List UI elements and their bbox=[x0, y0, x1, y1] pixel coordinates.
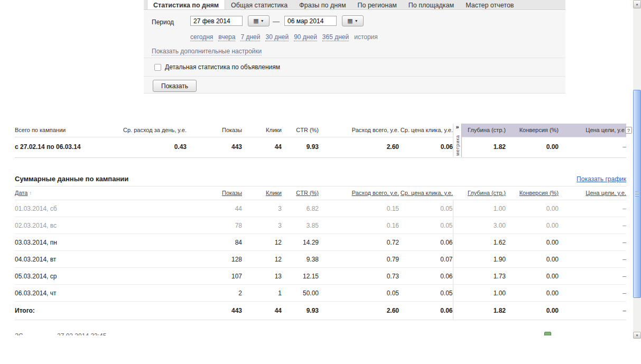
date-to-input[interactable] bbox=[284, 16, 337, 26]
daily-total-row: Итого:443449.932.600.061.820.00– bbox=[15, 302, 626, 320]
daily-cell: 2 bbox=[189, 285, 242, 302]
help-icon[interactable]: ? bbox=[625, 127, 632, 134]
date-from-input[interactable] bbox=[190, 16, 243, 26]
quick-range-link-3[interactable]: 30 дней bbox=[265, 33, 289, 41]
daily-cell: 14.29 bbox=[282, 234, 319, 251]
daily-row-0: 01.03.2014, сб4436.820.150.051.000.00– bbox=[15, 200, 626, 217]
daily-column-header-8[interactable]: Цена цели, у.е. bbox=[559, 186, 626, 200]
daily-cell: 0.05 bbox=[399, 217, 453, 234]
summary-column-header: Ср. расход за день, у.е. bbox=[110, 124, 187, 137]
daily-cell: 1.73 bbox=[453, 268, 506, 285]
excel-export-icon[interactable] bbox=[544, 332, 551, 335]
quick-ranges: сегоднявчера7 дней30 дней90 дней365 дней… bbox=[190, 33, 378, 41]
daily-cell: 0.00 bbox=[506, 217, 559, 234]
daily-cell: 12 bbox=[242, 234, 282, 251]
daily-cell: 13 bbox=[242, 268, 282, 285]
clipped-footer-text: ЗС bbox=[15, 332, 23, 335]
advanced-settings-link[interactable]: Показать дополнительные настройки bbox=[152, 48, 262, 55]
daily-column-header-5[interactable]: Ср. цена клика, у.е. bbox=[399, 186, 453, 200]
detailed-stats-label[interactable]: Детальная статистика по объявлениям bbox=[165, 63, 280, 71]
period-label: Период bbox=[152, 18, 174, 26]
summary-column-header: Всего по кампании bbox=[15, 124, 110, 137]
daily-cell: 6.82 bbox=[282, 200, 319, 217]
daily-cell: 3.00 bbox=[453, 217, 506, 234]
daily-cell: 0.00 bbox=[506, 251, 559, 268]
daily-cell: 02.03.2014, вс bbox=[15, 217, 189, 234]
tab-5[interactable]: Мастер отчетов bbox=[460, 0, 519, 10]
daily-cell: 05.03.2014, ср bbox=[15, 268, 189, 285]
clipped-footer-date: 27.02.2014 23:45 bbox=[57, 332, 106, 335]
summary-column-header: Ср. цена клика, у.е. bbox=[399, 124, 453, 137]
summary-cell: 9.93 bbox=[282, 137, 319, 158]
scrollbar-thumb[interactable] bbox=[633, 90, 641, 298]
daily-cell: 0.00 bbox=[506, 234, 559, 251]
calendar-to-button[interactable]: ▦▼ bbox=[342, 15, 364, 26]
daily-cell: 04.03.2014, вт bbox=[15, 251, 189, 268]
quick-range-link-1[interactable]: вчера bbox=[218, 33, 235, 41]
chevron-down-icon: ▼ bbox=[355, 19, 358, 23]
tab-4[interactable]: По площадкам bbox=[403, 0, 460, 10]
summary-total-row: с 27.02.14 по 06.03.140.43443449.932.600… bbox=[15, 137, 626, 158]
daily-cell: 9.38 bbox=[282, 251, 319, 268]
daily-stats-table: Дата ↑ПоказыКликиCTR (%)Расход всего, у.… bbox=[15, 186, 626, 320]
daily-column-header-4[interactable]: Расход всего, у.е. bbox=[319, 186, 399, 200]
daily-cell: 0.79 bbox=[319, 251, 399, 268]
daily-cell: 107 bbox=[189, 268, 242, 285]
daily-cell: 1.62 bbox=[453, 234, 506, 251]
chevron-down-icon: ▼ bbox=[261, 19, 264, 23]
metrika-collapse-strip[interactable]: » метрика bbox=[453, 124, 462, 157]
tab-3[interactable]: По регионам bbox=[351, 0, 402, 10]
daily-column-header-3[interactable]: CTR (%) bbox=[282, 186, 319, 200]
daily-cell: 1.00 bbox=[453, 285, 506, 302]
sort-asc-icon: ↑ bbox=[27, 190, 32, 196]
daily-row-5: 06.03.2014, чт2150.000.050.051.000.00– bbox=[15, 285, 626, 302]
show-button[interactable]: Показать bbox=[153, 80, 197, 92]
daily-column-header-7[interactable]: Конверсия (%) bbox=[506, 186, 559, 200]
daily-column-header-1[interactable]: Показы bbox=[189, 186, 242, 200]
detailed-stats-checkbox[interactable] bbox=[154, 64, 161, 71]
tab-2[interactable]: Фразы по дням bbox=[293, 0, 351, 10]
scrollbar-grip-icon bbox=[635, 191, 639, 197]
quick-range-link-2[interactable]: 7 дней bbox=[240, 33, 260, 41]
daily-cell: – bbox=[559, 217, 626, 234]
show-chart-link[interactable]: Показать график bbox=[577, 175, 626, 183]
daily-cell: 44 bbox=[189, 200, 242, 217]
calendar-from-button[interactable]: ▦▼ bbox=[248, 15, 270, 26]
daily-section-title: Суммарные данные по кампании bbox=[15, 175, 128, 183]
quick-range-link-0[interactable]: сегодня bbox=[190, 33, 213, 41]
scrollbar-up-button[interactable]: ▲ bbox=[633, 0, 641, 8]
daily-cell: – bbox=[559, 285, 626, 302]
daily-cell: 0.15 bbox=[319, 200, 399, 217]
page: Статистика по днямОбщая статистикаФразы … bbox=[0, 0, 641, 364]
daily-cell: – bbox=[559, 251, 626, 268]
filter-panel: Период ▦▼ — ▦▼ сегоднявчера7 дней30 дней… bbox=[144, 11, 565, 94]
quick-range-link-5[interactable]: 365 дней bbox=[322, 33, 349, 41]
daily-column-header-0[interactable]: Дата ↑ bbox=[15, 186, 189, 200]
scrollbar-down-button[interactable]: ▼ bbox=[633, 332, 641, 339]
daily-cell: 1.90 bbox=[453, 251, 506, 268]
summary-cell: – bbox=[559, 137, 626, 158]
metrika-vertical-label: метрика bbox=[454, 130, 460, 156]
summary-column-header: Показы bbox=[187, 124, 242, 137]
daily-cell: 0.72 bbox=[319, 234, 399, 251]
daily-cell: 0.16 bbox=[319, 217, 399, 234]
daily-cell: Итого: bbox=[15, 302, 189, 320]
summary-column-header: Цена цели, у.е. bbox=[559, 124, 626, 137]
daily-cell: 128 bbox=[189, 251, 242, 268]
daily-column-header-6[interactable]: Глубина (стр.) bbox=[453, 186, 506, 200]
quick-range-link-4[interactable]: 90 дней bbox=[294, 33, 317, 41]
daily-cell: – bbox=[559, 302, 626, 320]
daily-column-header-2[interactable]: Клики bbox=[242, 186, 282, 200]
daily-cell: 0.00 bbox=[506, 200, 559, 217]
daily-cell: 0.05 bbox=[399, 200, 453, 217]
daily-cell: 0.00 bbox=[506, 268, 559, 285]
daily-cell: 3.85 bbox=[282, 217, 319, 234]
campaign-summary-table: Всего по кампанииСр. расход за день, у.е… bbox=[15, 124, 626, 158]
tab-0[interactable]: Статистика по дням bbox=[147, 0, 225, 10]
daily-cell: 1 bbox=[242, 285, 282, 302]
summary-column-header: Расход всего, у.е. bbox=[319, 124, 399, 137]
daily-cell: 3 bbox=[242, 217, 282, 234]
tab-1[interactable]: Общая статистика bbox=[225, 0, 293, 10]
daily-cell: 0.06 bbox=[399, 234, 453, 251]
daily-cell: 3 bbox=[242, 200, 282, 217]
